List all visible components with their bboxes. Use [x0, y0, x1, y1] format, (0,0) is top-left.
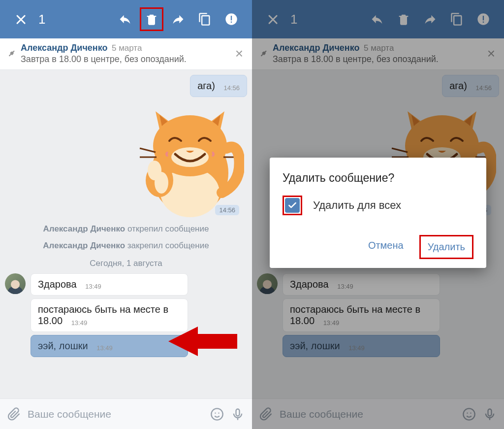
- pinned-date: 5 марта: [364, 43, 394, 53]
- voice-button[interactable]: [230, 407, 245, 422]
- pinned-text: Завтра в 18.00 в центре, без опозданий.: [21, 54, 228, 65]
- message-time: 13:49: [348, 344, 365, 352]
- dialog-title: Удалить сообщение?: [283, 171, 473, 185]
- pinned-date: 5 марта: [112, 43, 142, 53]
- svg-rect-19: [483, 16, 484, 20]
- message-in[interactable]: Здарова 13:49: [31, 273, 188, 296]
- selection-count: 1: [38, 12, 45, 27]
- svg-line-25: [392, 148, 408, 152]
- message-in-selected[interactable]: ээй, лошки 13:49: [283, 335, 440, 357]
- checkbox-highlight: [283, 196, 302, 215]
- svg-line-7: [140, 148, 156, 152]
- svg-point-16: [218, 412, 219, 413]
- delete-button[interactable]: [140, 7, 163, 31]
- message-in[interactable]: постараюсь быть на месте в 18.00 13:49: [283, 298, 440, 332]
- message-time: 13:49: [323, 319, 340, 327]
- forward-button[interactable]: [418, 7, 442, 31]
- close-selection-button[interactable]: [261, 7, 284, 31]
- voice-button[interactable]: [482, 407, 497, 422]
- chat-area[interactable]: ага) 14:56: [0, 70, 252, 398]
- avatar[interactable]: [5, 273, 26, 294]
- date-separator: Сегодня, 1 августа: [5, 259, 247, 268]
- sticker-message[interactable]: 14:56: [5, 99, 247, 217]
- pinned-author: Александр Диченко: [21, 43, 108, 53]
- emoji-button[interactable]: [462, 407, 476, 422]
- message-time: 13:49: [96, 344, 113, 352]
- message-text: постараюсь быть на месте в 18.00: [38, 304, 168, 326]
- cancel-button[interactable]: Отмена: [361, 235, 410, 259]
- message-time: 13:49: [85, 283, 101, 290]
- close-selection-button[interactable]: [9, 7, 32, 31]
- message-text: ээй, лошки: [38, 340, 88, 351]
- delete-button[interactable]: [392, 7, 415, 31]
- svg-point-13: [155, 172, 168, 194]
- message-in-selected[interactable]: ээй, лошки 13:49: [31, 335, 188, 357]
- message-text: постараюсь быть на месте в 18.00: [290, 304, 420, 326]
- confirm-delete-button[interactable]: Удалить: [419, 235, 473, 259]
- pinned-message[interactable]: Александр Диченко 5 марта Завтра в 18.00…: [0, 38, 252, 70]
- svg-rect-1: [231, 16, 232, 20]
- message-composer: Ваше сообщение: [252, 398, 504, 429]
- message-composer: Ваше сообщение: [0, 398, 252, 429]
- pinned-author: Александр Диченко: [273, 43, 360, 53]
- unpin-button[interactable]: ×: [233, 44, 245, 64]
- message-in[interactable]: постараюсь быть на месте в 18.00 13:49: [31, 298, 188, 332]
- incoming-group: Здарова 13:49 постараюсь быть на месте в…: [5, 273, 247, 357]
- pinned-body: Александр Диченко 5 марта Завтра в 18.00…: [21, 42, 228, 66]
- delete-for-all-checkbox[interactable]: [285, 198, 300, 213]
- svg-rect-17: [236, 409, 240, 416]
- incoming-group: Здарова 13:49 постараюсь быть на месте в…: [257, 273, 499, 357]
- report-button[interactable]: [472, 7, 495, 31]
- message-text: Здарова: [38, 279, 77, 290]
- svg-rect-35: [488, 409, 492, 416]
- left-pane: 1 Александр Диченко 5 марта Завтра в 18.…: [0, 0, 252, 429]
- svg-point-15: [215, 412, 216, 413]
- emoji-button[interactable]: [210, 407, 224, 422]
- pinned-body: Александр Диченко 5 марта Завтра в 18.00…: [273, 42, 480, 66]
- svg-point-32: [463, 408, 474, 420]
- pin-icon: [259, 48, 268, 59]
- attach-button[interactable]: [7, 407, 22, 422]
- sticker-time: 14:56: [215, 205, 239, 215]
- message-time: 13:49: [337, 283, 353, 290]
- message-out[interactable]: ага) 14:56: [5, 75, 247, 97]
- unpin-button[interactable]: ×: [485, 44, 497, 64]
- copy-button[interactable]: [193, 7, 217, 31]
- pinned-message[interactable]: Александр Диченко 5 марта Завтра в 18.00…: [252, 38, 504, 70]
- forward-button[interactable]: [166, 7, 190, 31]
- message-input[interactable]: Ваше сообщение: [28, 408, 204, 420]
- message-text: ээй, лошки: [290, 340, 340, 351]
- cat-sticker: [126, 99, 244, 217]
- svg-rect-2: [231, 22, 232, 23]
- copy-button[interactable]: [445, 7, 469, 31]
- report-button[interactable]: [220, 7, 243, 31]
- message-time: 13:49: [71, 319, 88, 327]
- message-time: 14:56: [223, 84, 240, 92]
- message-in[interactable]: Здарова 13:49: [283, 273, 440, 296]
- selection-count: 1: [290, 12, 297, 27]
- reply-button[interactable]: [113, 7, 137, 31]
- message-text: Здарова: [290, 279, 329, 290]
- message-text: ага): [449, 80, 467, 91]
- attach-button[interactable]: [259, 407, 274, 422]
- checkbox-label: Удалить для всех: [313, 199, 401, 212]
- svg-point-34: [470, 412, 471, 413]
- pin-icon: [7, 48, 16, 59]
- message-out[interactable]: ага) 14:56: [257, 75, 499, 97]
- message-time: 14:56: [475, 84, 492, 92]
- message-text: ага): [197, 80, 215, 91]
- avatar[interactable]: [257, 273, 278, 294]
- reply-button[interactable]: [365, 7, 389, 31]
- svg-rect-20: [483, 22, 484, 23]
- pinned-text: Завтра в 18.00 в центре, без опозданий.: [273, 54, 480, 65]
- system-message-pinned: Александр Диченко закрепил сообщение: [5, 241, 247, 251]
- svg-point-33: [467, 412, 468, 413]
- system-message-unpinned: Александр Диченко открепил сообщение: [5, 224, 247, 234]
- selection-toolbar: 1: [0, 0, 252, 38]
- message-input[interactable]: Ваше сообщение: [280, 408, 456, 420]
- right-pane: 1 Александр Диченко 5 марта Завтра в 18.…: [252, 0, 504, 429]
- confirm-delete-dialog: Удалить сообщение? Удалить для всех Отме…: [270, 158, 486, 268]
- selection-toolbar: 1: [252, 0, 504, 38]
- svg-point-14: [211, 408, 222, 420]
